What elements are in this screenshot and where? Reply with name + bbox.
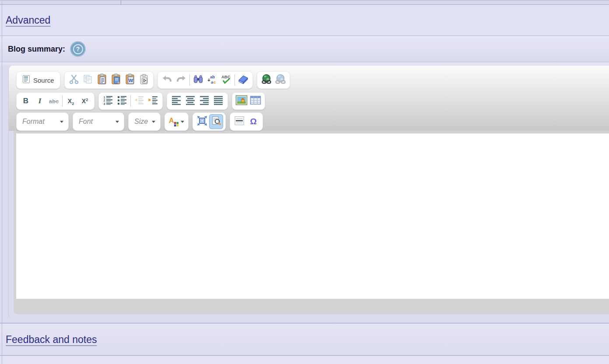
paste-word-button[interactable]: W (123, 73, 137, 88)
toolbar-row-3: Format Font Size A (16, 112, 609, 131)
source-button-label: Source (33, 77, 54, 84)
paste-special-button[interactable] (137, 73, 151, 88)
italic-button[interactable]: I (33, 94, 47, 108)
bulleted-list-button[interactable] (115, 94, 129, 108)
strikethrough-icon: abc (49, 98, 59, 105)
cut-icon (69, 74, 79, 86)
preview-button[interactable] (209, 114, 223, 129)
outdent-button[interactable] (132, 94, 146, 108)
horizontal-rule-icon (234, 116, 245, 127)
next-section-strip (0, 356, 609, 364)
editor-resize-bar[interactable] (14, 299, 609, 314)
numbered-list-button[interactable]: 123 (101, 94, 115, 108)
strikethrough-button[interactable]: abc (47, 94, 61, 108)
undo-button[interactable] (160, 73, 174, 88)
copy-button[interactable] (81, 73, 95, 88)
find-button[interactable] (191, 73, 205, 88)
rich-text-editor: Source (8, 66, 609, 319)
toolbar-row-2: B I abc X2 X2 123 (16, 92, 609, 110)
bold-button[interactable]: B (19, 94, 33, 108)
superscript-icon: X2 (82, 98, 88, 105)
table-cell-divider (121, 0, 121, 4)
redo-icon (176, 74, 186, 86)
previous-section-strip (0, 0, 609, 5)
toolbar-separator (234, 74, 235, 86)
chevron-down-icon (181, 121, 184, 123)
link-icon (261, 74, 272, 86)
special-character-button[interactable]: Ω (246, 114, 260, 129)
font-dropdown-label: Font (79, 118, 93, 126)
advanced-section-link[interactable]: Advanced (6, 14, 50, 26)
undo-find-group: abac ABC (158, 71, 253, 89)
bold-icon: B (23, 97, 28, 105)
spellcheck-button[interactable]: ABC (219, 73, 233, 88)
unlink-icon (275, 74, 286, 86)
paste-special-icon (138, 74, 150, 87)
italic-icon: I (38, 97, 42, 105)
cut-button[interactable] (67, 73, 81, 88)
outdent-icon (134, 95, 144, 107)
editor-section-row: Source (0, 63, 609, 323)
align-left-icon (171, 95, 182, 107)
svg-text:2: 2 (104, 99, 105, 102)
text-color-group: A (164, 112, 189, 131)
feedback-section-row: Feedback and notes (0, 324, 609, 356)
subscript-icon: X2 (68, 98, 74, 105)
maximize-button[interactable] (195, 114, 209, 129)
svg-text:W: W (128, 78, 133, 83)
spellcheck-icon: ABC (221, 74, 231, 86)
svg-text:c: c (214, 80, 216, 84)
paste-text-button[interactable] (109, 73, 123, 88)
blog-summary-row: Blog summary: ? (0, 36, 609, 62)
horizontal-rule-button[interactable] (232, 114, 246, 129)
justify-button[interactable] (211, 94, 225, 108)
undo-icon (162, 74, 172, 86)
toolbar-row-1: Source (16, 71, 609, 89)
special-character-icon: Ω (250, 117, 256, 126)
svg-text:1: 1 (104, 96, 105, 99)
indent-icon (148, 95, 158, 107)
table-button[interactable] (248, 94, 262, 108)
indent-button[interactable] (146, 94, 160, 108)
align-center-icon (185, 95, 196, 107)
image-button[interactable] (234, 94, 248, 108)
superscript-button[interactable]: X2 (78, 94, 92, 108)
page-left-border (2, 0, 2, 364)
paste-button[interactable] (95, 73, 109, 88)
editor-canvas[interactable] (16, 133, 609, 299)
text-color-button[interactable]: A (167, 114, 186, 129)
chevron-down-icon (60, 121, 63, 123)
help-icon[interactable]: ? (71, 42, 85, 56)
align-center-button[interactable] (183, 94, 197, 108)
remove-format-button[interactable] (236, 73, 250, 88)
toolbar-separator (62, 95, 63, 107)
size-dropdown[interactable]: Size (128, 112, 161, 131)
align-left-button[interactable] (169, 94, 183, 108)
text-color-icon: A (169, 117, 178, 126)
align-right-icon (199, 95, 210, 107)
link-button[interactable] (259, 73, 273, 88)
toolbar-separator (130, 95, 131, 107)
alignment-group (167, 92, 228, 110)
unlink-button[interactable] (273, 73, 287, 88)
chevron-down-icon (152, 121, 155, 123)
advanced-section-row: Advanced (0, 5, 609, 36)
remove-format-icon (238, 74, 249, 86)
maximize-icon (197, 116, 207, 128)
toolbar-separator (189, 74, 190, 86)
table-icon (250, 95, 261, 107)
source-button[interactable]: Source (19, 73, 58, 88)
numbered-list-icon: 123 (103, 95, 113, 107)
font-dropdown[interactable]: Font (73, 112, 124, 131)
subscript-button[interactable]: X2 (64, 94, 78, 108)
chevron-down-icon (116, 121, 119, 123)
feedback-section-link[interactable]: Feedback and notes (6, 334, 97, 346)
align-right-button[interactable] (197, 94, 211, 108)
copy-icon (83, 74, 93, 86)
clipboard-group: W (64, 71, 154, 89)
paste-text-icon (110, 74, 122, 87)
blog-summary-label: Blog summary: (8, 45, 65, 54)
replace-button[interactable]: abac (205, 73, 219, 88)
format-dropdown[interactable]: Format (16, 112, 69, 131)
redo-button[interactable] (174, 73, 188, 88)
